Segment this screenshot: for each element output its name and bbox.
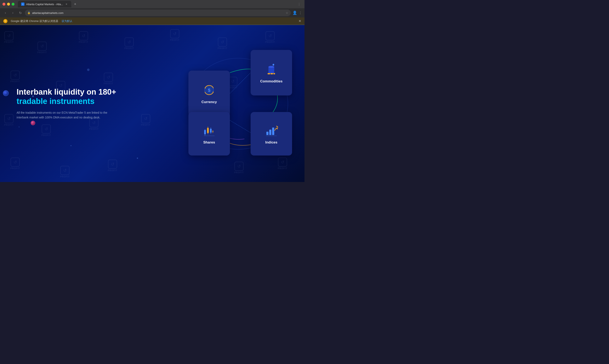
new-tab-button[interactable]: + [72, 1, 78, 7]
svg-rect-12 [204, 130, 206, 134]
watermark-logo: ↺ [11, 157, 20, 167]
indices-icon [265, 124, 278, 137]
bookmark-icon[interactable]: ☆ [286, 11, 288, 14]
shares-icon-container [202, 123, 217, 138]
watermark-item: ↺ PROFIT [141, 114, 151, 126]
address-right-icons: ☆ [286, 11, 288, 14]
minimize-window-button[interactable] [7, 3, 10, 6]
watermark-item: ↺ PROFIT [60, 166, 70, 178]
tab-close-button[interactable]: ✕ [65, 2, 68, 6]
watermark-text: PROFIT [4, 124, 14, 126]
url-display: atlantacapitalmarkets.com [32, 11, 63, 14]
watermark-logo: ↺ [79, 31, 88, 40]
info-bar: G Google 建议将 Chrome 设为默认浏览器 设为默认 ✕ [0, 17, 304, 25]
pink-orb [31, 121, 35, 125]
watermark-logo: ↺ [4, 31, 14, 40]
tab-title: Atlanta Capital Markets - Atla... [26, 3, 63, 6]
particle [19, 127, 19, 127]
chrome-logo: G [3, 19, 7, 23]
particle [70, 145, 71, 146]
svg-rect-15 [207, 128, 209, 133]
currency-icon-container: $ [202, 83, 217, 98]
watermark-item: ↺ PROFIT [234, 162, 244, 174]
svg-rect-9 [268, 73, 270, 74]
globe-orb [3, 90, 9, 96]
watermark-text: PROFIT [42, 134, 51, 136]
watermark-text: PROFIT [265, 41, 275, 43]
watermark-text: PROFIT [10, 80, 20, 83]
watermark-item: ↺ PROFIT [170, 29, 180, 41]
maximize-window-button[interactable] [12, 3, 14, 6]
back-button[interactable]: ‹ [2, 10, 8, 16]
watermark-item: ↺ PROFIT [108, 160, 117, 172]
traffic-lights [2, 3, 14, 6]
toolbar-right: 👤 ⋮ [292, 11, 302, 15]
shares-card-label: Shares [203, 140, 215, 144]
headline-line2: tradable instruments [17, 97, 116, 106]
currency-card[interactable]: $ Currency [188, 71, 230, 116]
svg-text:$: $ [208, 88, 210, 93]
watermark-text: PROFIT [10, 167, 20, 169]
watermark-logo: ↺ [11, 71, 20, 80]
watermark-text: PROFIT [218, 47, 227, 50]
watermark-logo: ↺ [278, 157, 287, 167]
watermark-text: PROFIT [4, 41, 14, 43]
svg-rect-18 [210, 129, 212, 132]
currency-card-label: Currency [201, 100, 217, 104]
browser-chrome: A Atlanta Capital Markets - Atla... ✕ + … [0, 0, 304, 25]
watermark-text: PROFIT [278, 167, 287, 169]
tab-favicon: A [21, 2, 25, 6]
commodities-card[interactable]: Commodities [251, 50, 292, 95]
forward-button[interactable]: › [10, 10, 16, 16]
tab-bar: A Atlanta Capital Markets - Atla... ✕ + [18, 1, 294, 7]
active-tab[interactable]: A Atlanta Capital Markets - Atla... ✕ [18, 1, 71, 7]
indices-icon-container [264, 123, 279, 138]
watermark-item: ↺ PROFIT [4, 114, 14, 126]
watermark-item: ↺ PROFIT [10, 71, 20, 83]
shares-card[interactable]: Shares [188, 112, 230, 156]
profile-icon[interactable]: 👤 [292, 11, 297, 15]
commodities-card-label: Commodities [260, 79, 283, 83]
indices-card[interactable]: Indices [251, 112, 292, 156]
watermark-text: PROFIT [124, 47, 134, 50]
headline: Interbank liquidity on 180+ tradable ins… [17, 87, 116, 106]
refresh-button[interactable]: ↻ [17, 10, 23, 16]
watermark-item: ↺ PROFIT [104, 73, 113, 85]
watermark-item: ↺ PROFIT [79, 31, 88, 43]
watermark-item: ↺ PROFIT [42, 124, 51, 136]
watermark-item: ↺ PROFIT [4, 31, 14, 43]
watermark-logo: ↺ [108, 160, 117, 169]
watermark-text: PROFIT [141, 124, 151, 126]
watermark-item: ↺ PROFIT [265, 31, 275, 43]
watermark-logo: ↺ [170, 29, 179, 38]
watermark-text: PROFIT [234, 171, 244, 174]
address-bar-row: ‹ › ↻ 🔒 atlantacapitalmarkets.com ☆ 👤 ⋮ [0, 8, 304, 17]
currency-icon: $ [203, 83, 216, 97]
watermark-item: ↺ PROFIT [218, 38, 227, 50]
particle [137, 157, 138, 159]
watermark-item: ↺ PROFIT [37, 42, 47, 54]
svg-rect-25 [269, 130, 271, 135]
page-description: All the tradable instruments on our ECN … [17, 110, 112, 120]
watermark-logo: ↺ [4, 114, 14, 123]
svg-rect-26 [272, 128, 274, 135]
shares-icon [203, 124, 216, 137]
address-bar[interactable]: 🔒 atlantacapitalmarkets.com ☆ [25, 10, 291, 16]
headline-line1: Interbank liquidity on 180+ [17, 87, 116, 97]
close-window-button[interactable] [2, 3, 5, 6]
watermark-logo: ↺ [235, 162, 244, 171]
commodities-icon-container [264, 62, 279, 77]
title-bar: A Atlanta Capital Markets - Atla... ✕ + … [0, 0, 304, 8]
indices-card-label: Indices [265, 140, 277, 144]
watermark-logo: ↺ [141, 114, 150, 123]
svg-rect-24 [266, 132, 268, 135]
extensions-icon[interactable]: ⋮ [299, 11, 302, 15]
watermark-text: PROFIT [108, 169, 117, 172]
watermark-text: PROFIT [37, 51, 47, 54]
particle [87, 68, 90, 71]
watermark-item: ↺ PROFIT [278, 157, 287, 169]
watermark-item: ↺ PROFIT [124, 38, 134, 50]
info-bar-action-link[interactable]: 设为默认 [62, 19, 72, 23]
info-bar-close-button[interactable]: ✕ [299, 19, 301, 23]
browser-menu-button[interactable]: ⋮ [296, 1, 302, 7]
